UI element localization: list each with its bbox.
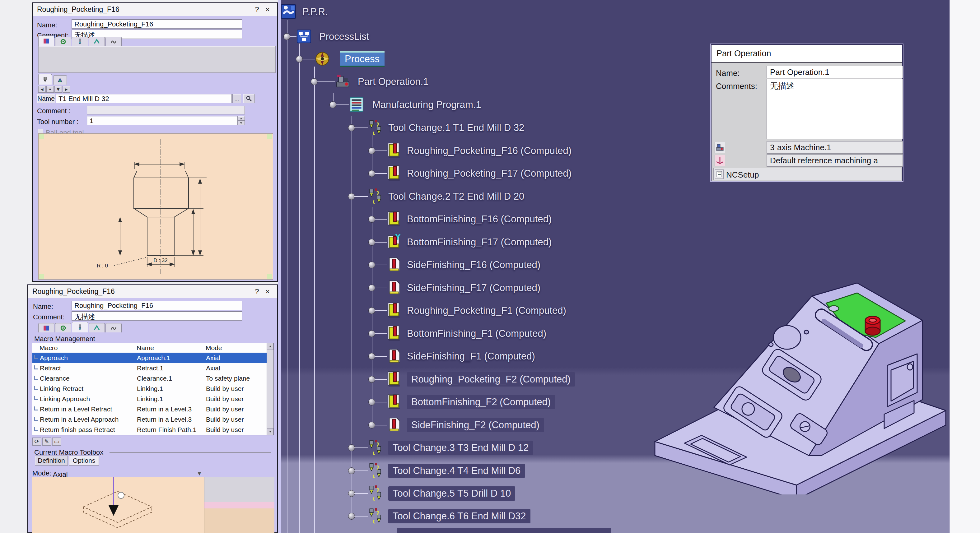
help-button[interactable]: ? xyxy=(252,287,262,296)
tree-item-label[interactable]: Roughing_Pocketing_F16 (Computed) xyxy=(407,145,571,156)
tool-next-icon[interactable]: ▸ xyxy=(62,86,70,93)
macro-edit-icon[interactable]: ✎ xyxy=(42,438,51,446)
machining-axis-icon[interactable] xyxy=(714,155,725,166)
macro-table-row[interactable]: Return in a Level ApproachReturn in a Le… xyxy=(32,414,267,425)
tab-geometry[interactable] xyxy=(55,37,71,46)
macro-cell-name[interactable]: Clearance.1 xyxy=(137,375,172,382)
scroll-up-icon[interactable] xyxy=(267,343,274,350)
close-button[interactable]: × xyxy=(262,5,273,14)
tree-item-label[interactable]: Tool Change.3 T3 End Mill D 12 xyxy=(388,441,533,455)
macro-cell-mode[interactable]: To safety plane xyxy=(206,375,250,382)
macro-cell-name[interactable]: Approach.1 xyxy=(137,354,170,362)
tree-item-label[interactable]: Roughing_Pocketing_F2 (Computed) xyxy=(407,372,575,387)
tab-feeds-speeds[interactable] xyxy=(89,323,105,332)
tree-expander-knob[interactable] xyxy=(368,422,375,428)
tree-expander-knob[interactable] xyxy=(368,148,375,154)
macro-table-row[interactable]: ClearanceClearance.1To safety plane xyxy=(32,373,267,384)
tree-expander-knob[interactable] xyxy=(368,353,375,360)
op-side-icon[interactable] xyxy=(387,348,402,364)
tree-expander-knob[interactable] xyxy=(283,33,290,40)
tree-item-label[interactable]: Tool Change.1 T1 End Mill D 32 xyxy=(388,122,524,133)
toolchange-icon[interactable] xyxy=(368,188,383,204)
tree-item-label[interactable]: Tool Change.6 T6 End Mill D32 xyxy=(388,509,530,523)
operation-name-input[interactable]: Roughing_Pocketing_F16 xyxy=(72,19,242,29)
tree-expander-knob[interactable] xyxy=(296,56,303,62)
tree-item-label[interactable]: Part Operation.1 xyxy=(358,76,428,87)
part-operation-name-input[interactable]: Part Operation.1 xyxy=(767,66,903,78)
tree-item-label[interactable]: BottomFinishing_F17 (Computed) xyxy=(407,236,552,248)
tab-feeds-speeds[interactable] xyxy=(89,37,105,46)
macro-cell-mode[interactable]: Build by user xyxy=(206,395,243,403)
operation-comment-input[interactable]: 无描述 xyxy=(72,311,242,320)
dialog-titlebar[interactable]: Roughing_Pocketing_F16 ? × xyxy=(28,285,277,298)
tree-expander-knob[interactable] xyxy=(368,330,375,337)
macro-table[interactable]: Macro Name Mode ApproachApproach.1AxialR… xyxy=(32,343,274,435)
tab-tool[interactable] xyxy=(72,37,88,46)
machine-field[interactable]: 3-axis Machine.1 xyxy=(767,141,903,154)
macro-table-row[interactable]: Return in a Level RetractReturn in a Lev… xyxy=(32,404,267,414)
part-operation-comments-input[interactable]: 无描述 xyxy=(767,79,903,139)
tree-expander-knob[interactable] xyxy=(348,124,355,131)
macro-cell-mode[interactable]: Build by user xyxy=(206,416,243,423)
macro-cell-macro[interactable]: Approach xyxy=(40,354,68,362)
macro-cell-macro[interactable]: Return finish pass Retract xyxy=(40,426,115,433)
macro-reset-icon[interactable]: ▭ xyxy=(52,438,61,446)
op-rough-icon[interactable] xyxy=(387,143,402,159)
tree-expander-knob[interactable] xyxy=(368,239,375,246)
subtab-tool-catalog[interactable] xyxy=(53,75,67,84)
tree-expander-knob[interactable] xyxy=(311,78,318,85)
tree-item-label[interactable]: P.P.R. xyxy=(302,6,328,17)
subtab-tool-assembly[interactable] xyxy=(38,74,52,84)
macro-cell-mode[interactable]: Axial xyxy=(206,365,220,372)
tree-expander-knob[interactable] xyxy=(348,467,355,474)
tree-item-label[interactable]: SideFinishing_F16 (Computed) xyxy=(407,259,540,271)
right-scroll-strip[interactable] xyxy=(950,0,980,533)
macro-cell-macro[interactable]: Retract xyxy=(40,365,61,372)
tree-expander-knob[interactable] xyxy=(368,216,375,223)
tool-comment-input[interactable] xyxy=(87,106,245,114)
tool-prev-icon[interactable]: ◂ xyxy=(38,86,46,93)
toolchange-icon[interactable] xyxy=(368,462,383,479)
tab-strategy[interactable] xyxy=(38,35,54,46)
macro-table-row[interactable]: ApproachApproach.1Axial xyxy=(32,353,267,363)
tree-item-label[interactable]: Tool Change.4 T4 End Mill D6 xyxy=(388,464,525,478)
toolchange-icon[interactable] xyxy=(368,485,383,501)
toolchange-icon[interactable] xyxy=(368,439,383,455)
macro-cell-name[interactable]: Return in a Level.3 xyxy=(137,416,192,423)
toolchange-icon[interactable] xyxy=(368,119,383,136)
tab-geometry[interactable] xyxy=(55,323,71,332)
tree-expander-knob[interactable] xyxy=(368,284,375,291)
help-button[interactable]: ? xyxy=(252,5,262,14)
macro-cell-mode[interactable]: Build by user xyxy=(206,406,243,413)
tree-item-label[interactable]: BottomFinishing_F2 (Computed) xyxy=(407,395,555,409)
macro-table-row[interactable]: Linking RetractLinking.1Build by user xyxy=(32,384,267,394)
close-button[interactable]: × xyxy=(262,287,273,296)
tree-item-label[interactable]: SideFinishing_F2 (Computed) xyxy=(407,418,544,432)
browse-button[interactable]: ... xyxy=(232,94,241,103)
tool-list-icon[interactable]: ▪ xyxy=(46,86,54,93)
tree-item-label[interactable]: BottomFinishing_F16 (Computed) xyxy=(407,214,552,225)
tool-number-step-down[interactable] xyxy=(237,121,245,125)
macro-table-row[interactable]: Return finish pass RetractReturn Finish … xyxy=(32,425,267,435)
macro-table-row[interactable]: Linking ApproachLinking.1Build by user xyxy=(32,394,267,404)
macro-cell-macro[interactable]: Return in a Level Retract xyxy=(40,406,112,413)
op-side-icon[interactable] xyxy=(387,279,402,296)
macro-table-row[interactable]: RetractRetract.1Axial xyxy=(32,363,267,373)
list-icon[interactable] xyxy=(296,28,312,44)
dialog-title[interactable]: Part Operation xyxy=(711,45,902,63)
tree-expander-knob[interactable] xyxy=(368,399,375,406)
tree-item-label[interactable]: Roughing_Pocketing_F17 (Computed) xyxy=(407,168,571,179)
op-rough-icon[interactable] xyxy=(387,325,402,341)
tab-macros[interactable] xyxy=(105,323,122,332)
tree-item-label[interactable]: Tool Change.5 T5 Drill D 10 xyxy=(388,486,515,501)
tree-expander-knob[interactable] xyxy=(368,262,375,268)
macro-cell-name[interactable]: Return Finish Path.1 xyxy=(137,426,196,433)
column-header-macro[interactable]: Macro xyxy=(40,343,57,352)
process-icon[interactable] xyxy=(315,51,330,67)
tool-number-step-up[interactable] xyxy=(237,116,245,121)
macro-cell-name[interactable]: Retract.1 xyxy=(137,365,163,372)
tool-name-input[interactable]: T1 End Mill D 32 xyxy=(56,94,232,103)
tree-item-label[interactable]: ProcessList xyxy=(319,31,369,42)
tree-expander-knob[interactable] xyxy=(348,490,355,497)
definition-tab-button[interactable]: Definition xyxy=(35,455,68,466)
